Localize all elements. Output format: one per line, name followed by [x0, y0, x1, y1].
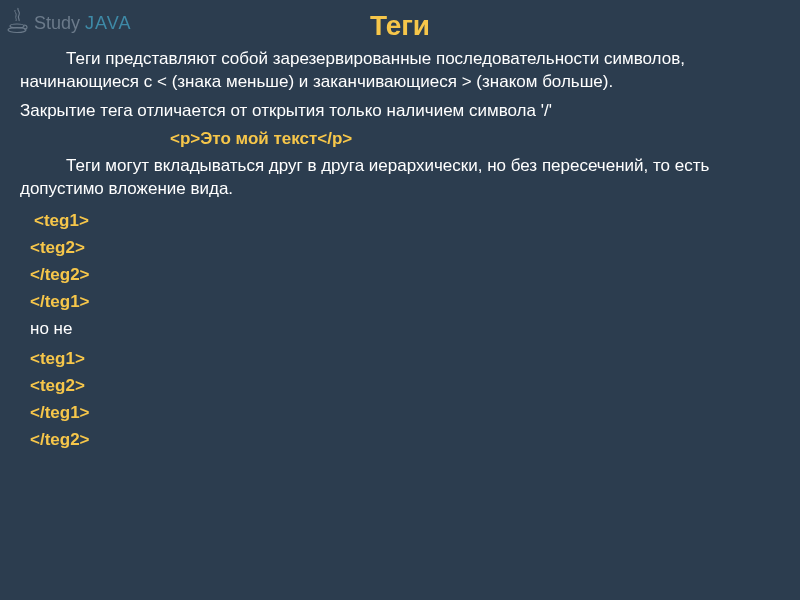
paragraph-1: Теги представляют собой зарезервированны…: [20, 48, 780, 94]
code-line: <teg2>: [20, 234, 780, 261]
but-not-label: но не: [20, 315, 780, 342]
code-line: </teg2>: [20, 261, 780, 288]
logo-study-word: Study: [34, 13, 80, 33]
code-line: </teg1>: [20, 399, 780, 426]
paragraph-2: Закрытие тега отличается от открытия тол…: [20, 100, 780, 123]
code-line: </teg2>: [20, 426, 780, 453]
logo: Study JAVA: [6, 6, 131, 40]
code-line: </teg1>: [20, 288, 780, 315]
valid-nesting-block: <teg1> <teg2> </teg2> </teg1>: [20, 207, 780, 316]
logo-text: Study JAVA: [34, 13, 131, 34]
slide-title: Теги: [20, 10, 780, 42]
paragraph-3: Теги могут вкладываться друг в друга иер…: [20, 155, 780, 201]
code-line: <teg1>: [20, 345, 780, 372]
invalid-nesting-block: <teg1> <teg2> </teg1> </teg2>: [20, 345, 780, 454]
code-line: <teg1>: [20, 207, 780, 234]
java-cup-icon: [6, 6, 30, 40]
logo-java-word: JAVA: [85, 13, 131, 33]
example-code: <p>Это мой текст</p>: [20, 129, 780, 149]
code-line: <teg2>: [20, 372, 780, 399]
slide-content: Теги Теги представляют собой зарезервиро…: [0, 0, 800, 453]
